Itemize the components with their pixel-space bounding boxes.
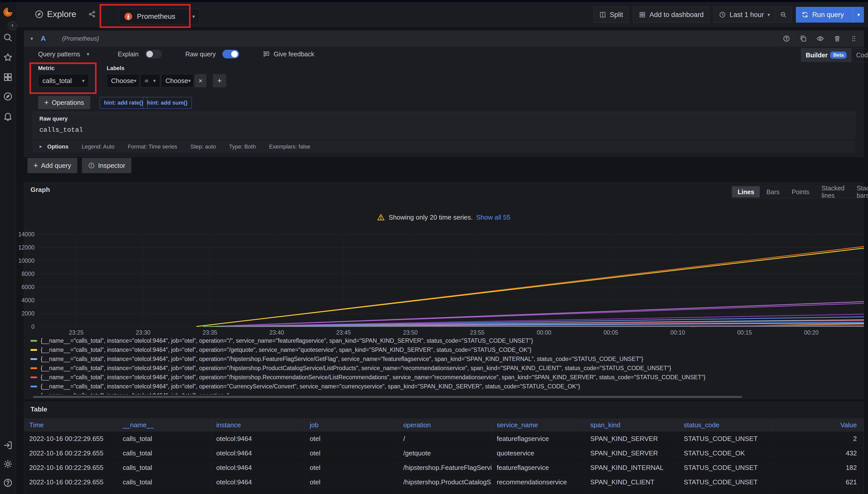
- add-to-dashboard-button[interactable]: Add to dashboard: [633, 6, 709, 23]
- query-options-row[interactable]: ▾ Options Legend: Auto Format: Time seri…: [33, 141, 855, 152]
- chevron-down-icon: ▾: [767, 12, 770, 18]
- table-cell: 2022-10-16 00:22:29.655: [24, 490, 117, 494]
- table-cell: 182: [772, 460, 864, 475]
- raw-query-preview: Raw query calls_total: [33, 112, 855, 139]
- table-row[interactable]: 2022-10-16 00:22:29.655calls_totalotelco…: [24, 475, 864, 490]
- label-value-select[interactable]: Choose ▾: [161, 74, 194, 87]
- table-row[interactable]: 2022-10-16 00:22:29.655calls_totalotelco…: [24, 432, 864, 446]
- table-body: 2022-10-16 00:22:29.655calls_totalotelco…: [24, 432, 864, 494]
- inspector-button[interactable]: Inspector: [82, 158, 131, 173]
- table-cell: otelcol:9464: [211, 432, 305, 446]
- legend-item[interactable]: {__name__="calls_total", instance="otelc…: [31, 336, 863, 345]
- run-query-dropdown[interactable]: ▾: [853, 7, 864, 23]
- table-cell: 432: [772, 446, 864, 460]
- zoom-out-button[interactable]: [775, 7, 792, 23]
- table-column-header[interactable]: instance: [211, 418, 305, 432]
- metric-select[interactable]: calls_total ▾: [38, 74, 89, 87]
- mode-points-button[interactable]: Points: [786, 186, 815, 197]
- editor-mode-switch: Builder Beta Code: [801, 48, 868, 62]
- mode-lines-button[interactable]: Lines: [732, 186, 760, 197]
- table-column-header[interactable]: Value: [772, 418, 864, 432]
- dashboards-icon[interactable]: [3, 72, 13, 82]
- table-cell: calls_total: [117, 432, 211, 446]
- grafana-logo-icon[interactable]: [3, 7, 13, 17]
- label-operator-select[interactable]: = ▾: [140, 74, 160, 87]
- sign-in-icon[interactable]: [3, 440, 13, 450]
- star-icon[interactable]: [3, 52, 13, 62]
- collapse-chevron-icon[interactable]: ▾: [31, 36, 33, 42]
- mode-stacked-lines-button[interactable]: Stacked lines: [816, 186, 850, 197]
- explain-label: Explain: [117, 51, 139, 58]
- run-query-button[interactable]: Run query: [796, 7, 849, 23]
- mode-bars-button[interactable]: Bars: [761, 186, 785, 197]
- legend-item[interactable]: {__name__="calls_total", instance="otelc…: [31, 382, 863, 391]
- run-query-split-button: Run query ▾: [796, 7, 864, 23]
- split-button[interactable]: Split: [593, 6, 629, 23]
- alerting-bell-icon[interactable]: [3, 111, 13, 121]
- hint-add-rate-button[interactable]: hint: add rate(): [100, 97, 147, 109]
- query-patterns-dropdown[interactable]: Query patterns: [38, 51, 80, 58]
- raw-query-toggle[interactable]: [222, 50, 239, 58]
- table-cell: STATUS_CODE_UNSET: [679, 432, 772, 446]
- sidebar-expand-button[interactable]: ›: [7, 21, 17, 31]
- table-column-header[interactable]: span_kind: [585, 418, 679, 432]
- table-column-header[interactable]: __name__: [117, 418, 211, 432]
- remove-label-filter-button[interactable]: ×: [195, 74, 206, 87]
- table-column-header[interactable]: job: [305, 418, 398, 432]
- legend-item-partial[interactable]: {__name__="calls_total", instance="otelc…: [31, 391, 863, 395]
- delete-query-trash-icon[interactable]: [833, 35, 841, 42]
- time-series-chart[interactable]: [38, 232, 864, 329]
- code-mode-button[interactable]: Code: [851, 49, 868, 62]
- table-column-header[interactable]: Time: [24, 418, 117, 432]
- label-key-select[interactable]: Choose ▾: [107, 74, 139, 87]
- table-row[interactable]: 2022-10-16 00:22:29.655calls_totalotelco…: [24, 490, 864, 494]
- search-icon[interactable]: [3, 33, 13, 43]
- show-all-series-link[interactable]: Show all 55: [476, 213, 510, 221]
- datasource-name: Prometheus: [137, 13, 175, 21]
- table-column-header[interactable]: service_name: [492, 418, 585, 432]
- time-range-button[interactable]: Last 1 hour ▾: [714, 7, 775, 23]
- series-limit-warning: Showing only 20 time series. Show all 55: [24, 213, 864, 221]
- duplicate-query-icon[interactable]: [799, 35, 807, 42]
- add-query-button[interactable]: + Add query: [28, 158, 77, 173]
- mode-stacked-bars-button[interactable]: Stacked bars: [851, 186, 868, 197]
- help-icon[interactable]: [3, 478, 13, 488]
- builder-mode-button[interactable]: Builder Beta: [801, 49, 851, 62]
- table-column-header[interactable]: operation: [398, 418, 492, 432]
- table-row[interactable]: 2022-10-16 00:22:29.655calls_totalotelco…: [24, 460, 864, 475]
- legend-item[interactable]: {__name__="calls_total", instance="otelc…: [31, 354, 863, 363]
- zoom-out-icon: [780, 11, 787, 18]
- table-cell: 2022-10-16 00:22:29.655: [24, 432, 117, 446]
- legend-scrollbar[interactable]: [33, 396, 742, 398]
- query-help-icon[interactable]: [783, 35, 790, 42]
- legend-item[interactable]: {__name__="calls_total", instance="otelc…: [31, 345, 863, 354]
- top-header: Explore Prometheus ▾ Split: [16, 2, 868, 27]
- chevron-down-icon: ▾: [188, 78, 191, 84]
- label-operator-value: =: [145, 77, 148, 85]
- table-cell: otel: [305, 432, 398, 446]
- hint-add-sum-button[interactable]: hint: add sum(): [143, 97, 192, 109]
- legend-item[interactable]: {__name__="calls_total", instance="otelc…: [31, 373, 863, 382]
- explain-toggle[interactable]: [145, 50, 162, 58]
- give-feedback-link[interactable]: Give feedback: [274, 51, 314, 58]
- share-icon[interactable]: [88, 11, 96, 18]
- add-label-filter-button[interactable]: +: [213, 74, 226, 87]
- datasource-picker[interactable]: Prometheus ▾: [119, 8, 200, 24]
- option-step: Step: auto: [190, 144, 216, 150]
- query-row-header[interactable]: ▾ A (Prometheus): [24, 31, 864, 47]
- table-row[interactable]: 2022-10-16 00:22:29.655calls_totalotelco…: [24, 446, 864, 460]
- operations-button[interactable]: + Operations: [38, 96, 90, 109]
- table-cell: quoteservice: [492, 446, 585, 460]
- settings-gear-icon[interactable]: [3, 459, 13, 469]
- table-column-header[interactable]: status_code: [679, 418, 772, 432]
- table-cell: /getquote: [398, 446, 492, 460]
- explore-compass-icon[interactable]: [3, 91, 13, 101]
- chevron-down-icon: ▾: [192, 14, 195, 20]
- disable-query-eye-icon[interactable]: [816, 35, 824, 43]
- toggle-knob: [146, 51, 153, 57]
- time-picker: Last 1 hour ▾: [713, 6, 792, 23]
- drag-handle-icon[interactable]: [850, 35, 857, 42]
- legend-item[interactable]: {__name__="calls_total", instance="otelc…: [31, 363, 863, 373]
- header-actions: Split Add to dashboard Last 1 hour ▾: [593, 6, 864, 23]
- plus-icon: +: [44, 98, 49, 107]
